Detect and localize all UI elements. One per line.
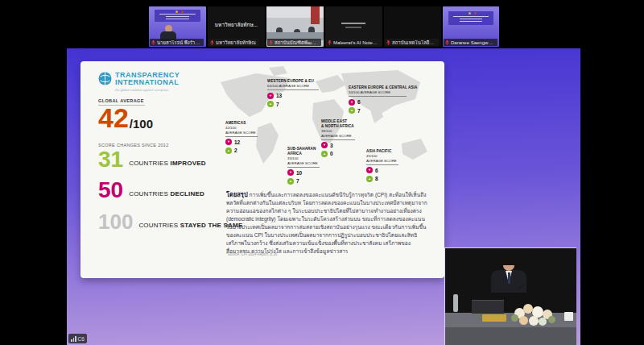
- presenter-webcam[interactable]: [444, 247, 576, 345]
- declined-marker-icon: ▼: [267, 93, 274, 99]
- region-western-europe: WESTERN EUROPE & EU 64/100 AVERAGE SCORE…: [267, 79, 332, 107]
- cpi-presentation-slide: TRANSPARENCY INTERNATIONAL the global co…: [80, 61, 444, 278]
- region-score-suffix: AVERAGE SCORE: [225, 131, 267, 135]
- muted-mic-icon: [151, 40, 155, 45]
- muted-mic-icon: [386, 40, 390, 45]
- global-average-denominator: /100: [130, 118, 153, 130]
- participant-tile-chitralada[interactable]: สถาบันเทคโนโลยีจิตรลดา: [384, 6, 441, 47]
- transparency-international-logo: TRANSPARENCY INTERNATIONAL the global co…: [98, 72, 180, 92]
- participant-name-badge: Daranee Saengwong: [444, 39, 497, 46]
- water-bottle: [453, 294, 458, 312]
- declined-count: 6: [357, 99, 361, 105]
- declined-marker-icon: ▼: [366, 167, 373, 173]
- participant-name-badge: นายสาโรจน์ พึงรำพรรณ: [150, 39, 204, 46]
- participant-name-badge: สถาบันเทคโนโลยีจิตรลดา: [385, 39, 439, 46]
- improved-count: 7: [276, 102, 279, 107]
- declined-label: COUNTRIES: [129, 190, 168, 197]
- laptop: [472, 300, 504, 314]
- participant-tile-meeting-room[interactable]: สถาบันบัณฑิตพัฒนบริหารศาสตร์: [266, 6, 324, 47]
- participant-name: นายสาโรจน์ พึงรำพรรณ: [157, 40, 201, 45]
- same-count: 100: [98, 214, 133, 231]
- backdrop-banner: [155, 10, 200, 22]
- summary-intro: โดยสรุป: [226, 191, 248, 198]
- table: [445, 313, 576, 327]
- improved-count: 31: [98, 151, 123, 168]
- signal-bars-icon: [71, 336, 76, 342]
- connection-label: C6: [78, 336, 85, 342]
- muted-mic-icon: [269, 40, 273, 45]
- muted-mic-icon: [445, 40, 449, 45]
- improved-marker-icon: ▲: [287, 178, 294, 185]
- muted-mic-icon: [210, 40, 214, 45]
- global-average-score: 42 /100: [98, 106, 153, 130]
- region-americas: AMERICAS 42/100 AVERAGE SCORE ▼12 ▲2: [225, 121, 267, 154]
- region-score: 64/100 AVERAGE SCORE: [267, 84, 332, 89]
- name-plate: [482, 314, 506, 322]
- participant-name-badge: สถาบันบัณฑิตพัฒนบริหารศาสตร์: [267, 39, 321, 46]
- connection-indicator: C6: [68, 334, 87, 343]
- participant-name-badge: Maleerat's AI Notetak...: [326, 39, 380, 46]
- participant-name: มหาวิทยาลัยทักษิณ: [216, 40, 256, 45]
- summary-text: การเพิ่มขึ้นและการลดลงของคะแนนดัชนีรับรู…: [226, 192, 427, 254]
- participant-name: Maleerat's AI Notetak...: [333, 40, 378, 45]
- stat-countries-declined: 50 COUNTRIES DECLINED: [98, 181, 204, 199]
- declined-count: 3: [330, 143, 333, 148]
- declined-count: 6: [375, 168, 378, 173]
- room-red-banner: [311, 6, 320, 24]
- slide-thumbnail: [448, 11, 493, 25]
- improved-marker-icon: ▲: [366, 176, 373, 182]
- declined-marker-icon: ▼: [349, 99, 355, 106]
- region-middle-east-north-africa: MIDDLE EAST & NORTH AFRICA 38/100 AVERAG…: [321, 119, 365, 157]
- region-eastern-europe-central-asia: EASTERN EUROPE & CENTRAL ASIA 34/100 AVE…: [349, 85, 423, 114]
- globe-icon: [98, 72, 112, 85]
- improved-count: 0: [330, 151, 333, 156]
- participant-name: Daranee Saengwong: [451, 40, 495, 45]
- stat-countries-improved: 31 COUNTRIES IMPROVED: [98, 151, 206, 168]
- notetaker-logo: [341, 23, 365, 24]
- improved-marker-icon: ▲: [225, 148, 232, 154]
- declined-marker-icon: ▼: [287, 169, 294, 176]
- improved-marker-icon: ▲: [349, 107, 355, 114]
- participant-tile-ai-notetaker[interactable]: Maleerat's AI Notetak...: [325, 6, 382, 47]
- improved-count: 7: [357, 108, 361, 114]
- participant-tile-daranee[interactable]: Daranee Saengwong: [443, 6, 499, 47]
- participant-name: สถาบันบัณฑิตพัฒนบริหารศาสตร์: [275, 40, 319, 45]
- declined-marker-icon: ▼: [225, 139, 232, 145]
- region-score-suffix: AVERAGE SCORE: [366, 159, 403, 164]
- logo-tagline: the global coalition against corruption: [115, 88, 180, 92]
- cup: [564, 312, 573, 321]
- muted-mic-icon: [328, 40, 332, 45]
- improved-label: COUNTRIES: [129, 160, 168, 167]
- participant-tile-thaksin[interactable]: มหาวิทยาลัยทักษ... มหาวิทยาลัยทักษิณ: [208, 6, 265, 47]
- shared-screen-stage: TRANSPARENCY INTERNATIONAL the global co…: [67, 48, 580, 345]
- logo-line2: INTERNATIONAL: [115, 79, 180, 86]
- improved-count: 7: [296, 178, 299, 184]
- declined-count: 50: [98, 181, 123, 199]
- improved-count: 8: [375, 176, 378, 181]
- participant-display-name: มหาวิทยาลัยทักษ...: [208, 21, 265, 29]
- participant-name-badge: มหาวิทยาลัยทักษิณ: [208, 39, 258, 46]
- participant-tile-speaker[interactable]: นายสาโรจน์ พึงรำพรรณ: [149, 6, 206, 47]
- region-score-suffix: AVERAGE SCORE: [287, 161, 326, 166]
- global-average-value: 42: [98, 106, 129, 130]
- same-label: COUNTRIES: [138, 222, 178, 229]
- declined-count: 10: [296, 170, 302, 176]
- declined-count: 12: [234, 139, 240, 145]
- improved-count: 2: [234, 148, 237, 153]
- improved-emphasis: IMPROVED: [171, 160, 206, 167]
- improved-marker-icon: ▲: [267, 101, 274, 107]
- declined-emphasis: DECLINED: [171, 190, 205, 197]
- stat-countries-stayed-same: 100 COUNTRIES STAYED THE SAME: [98, 214, 242, 231]
- declined-count: 13: [276, 93, 282, 98]
- participant-name: สถาบันเทคโนโลยีจิตรลดา: [392, 40, 436, 45]
- participant-filmstrip: นายสาโรจน์ พึงรำพรรณ มหาวิทยาลัยทักษ... …: [0, 0, 644, 48]
- summary-paragraph: โดยสรุป การเพิ่มขึ้นและการลดลงของคะแนนดั…: [226, 190, 429, 255]
- source-footnote: *Source: CPI 2024 Report, p.16: [226, 252, 277, 256]
- region-sub-saharan-africa: SUB-SAHARAN AFRICA 33/100 AVERAGE SCORE …: [287, 147, 326, 185]
- region-asia-pacific: ASIA PACIFIC 45/100 AVERAGE SCORE ▼6 ▲8: [366, 149, 403, 182]
- region-score-suffix: AVERAGE SCORE: [321, 134, 365, 139]
- region-score: 34/100 AVERAGE SCORE: [349, 90, 423, 95]
